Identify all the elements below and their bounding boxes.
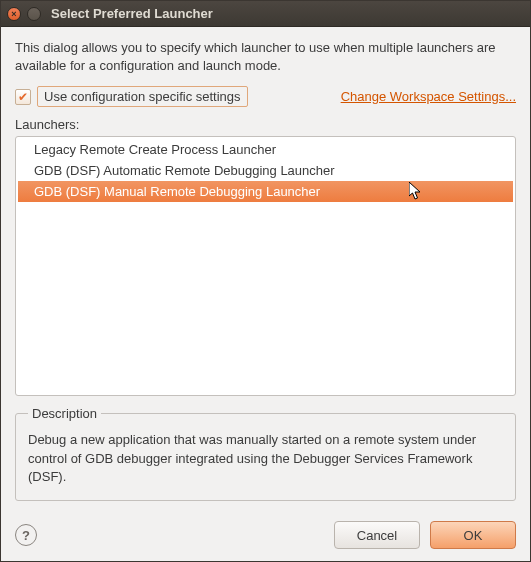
list-item[interactable]: GDB (DSF) Manual Remote Debugging Launch… xyxy=(18,181,513,202)
use-config-checkbox[interactable]: ✔ xyxy=(15,89,31,105)
description-group: Description Debug a new application that… xyxy=(15,406,516,501)
use-config-label[interactable]: Use configuration specific settings xyxy=(37,86,248,107)
launchers-list[interactable]: Legacy Remote Create Process Launcher GD… xyxy=(15,136,516,396)
dialog-window: × Select Preferred Launcher This dialog … xyxy=(0,0,531,562)
cancel-button[interactable]: Cancel xyxy=(334,521,420,549)
config-row: ✔ Use configuration specific settings Ch… xyxy=(15,86,516,107)
button-row: ? Cancel OK xyxy=(1,513,530,561)
change-workspace-link[interactable]: Change Workspace Settings... xyxy=(341,89,516,104)
minimize-icon[interactable] xyxy=(27,7,41,21)
description-title: Description xyxy=(28,406,101,421)
description-text: Debug a new application that was manuall… xyxy=(28,431,503,486)
checkmark-icon: ✔ xyxy=(18,90,28,104)
close-icon[interactable]: × xyxy=(7,7,21,21)
window-controls: × xyxy=(7,7,41,21)
ok-button[interactable]: OK xyxy=(430,521,516,549)
window-title: Select Preferred Launcher xyxy=(51,6,213,21)
launchers-label: Launchers: xyxy=(15,117,516,132)
list-item[interactable]: GDB (DSF) Automatic Remote Debugging Lau… xyxy=(18,160,513,181)
list-item[interactable]: Legacy Remote Create Process Launcher xyxy=(18,139,513,160)
launchers-list-wrap: Legacy Remote Create Process Launcher GD… xyxy=(15,136,516,396)
intro-text: This dialog allows you to specify which … xyxy=(15,39,516,74)
dialog-content: This dialog allows you to specify which … xyxy=(1,27,530,513)
help-icon[interactable]: ? xyxy=(15,524,37,546)
titlebar[interactable]: × Select Preferred Launcher xyxy=(1,1,530,27)
